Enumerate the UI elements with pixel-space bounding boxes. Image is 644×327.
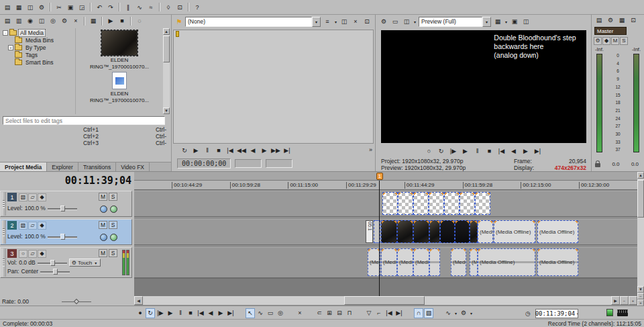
time-ruler[interactable]: 00:10:44:2900:10:59:2800:11:15:0000:11:2… xyxy=(134,181,637,190)
master-solo-icon[interactable]: S xyxy=(620,37,628,45)
track-fx-audio-icon[interactable]: ▱ xyxy=(28,250,37,258)
timeline-marker-1[interactable]: 1 xyxy=(376,173,383,180)
next-frame-preview-icon[interactable]: ▶ xyxy=(521,146,531,156)
start-preview-icon[interactable]: ▶ xyxy=(105,16,116,26)
normal-edit-tool-icon[interactable]: ↖ xyxy=(246,308,255,318)
envelope-tool-dropdown-icon[interactable]: ▾ xyxy=(453,311,458,316)
extract-audio-icon[interactable]: ◎ xyxy=(48,16,58,26)
media-item[interactable]: ELDEN RING™_19700010070... xyxy=(89,72,150,103)
auto-crossfades-icon[interactable]: ∿ xyxy=(134,1,145,13)
stop-icon[interactable]: ■ xyxy=(186,308,195,318)
editing-tool-options-dropdown-icon[interactable]: ▾ xyxy=(469,311,474,316)
enable-snapping-icon[interactable]: ⊂ xyxy=(315,308,324,318)
tree-item-media-bins[interactable]: Media Bins xyxy=(1,37,75,44)
play-trimmer-icon[interactable]: ▶ xyxy=(191,146,201,156)
audio-event[interactable]: (Media xyxy=(397,248,413,276)
tab-transitions[interactable]: Transitions xyxy=(78,162,116,171)
audio-event[interactable]: (Media xyxy=(381,248,397,276)
pause-preview-icon[interactable]: ‖ xyxy=(472,146,483,156)
dock-mixer-icon[interactable]: ⊡ xyxy=(628,15,639,26)
play-icon[interactable]: ▶ xyxy=(166,308,175,318)
forward-icon[interactable]: ▶▶ xyxy=(270,146,281,156)
get-photo-icon[interactable]: ◫ xyxy=(36,16,47,26)
split-screen-view-icon[interactable]: ◫ xyxy=(401,17,412,27)
vertical-scrollbar[interactable]: ▲ ▼ − + xyxy=(637,172,644,306)
tab-video-fx[interactable]: Video FX xyxy=(116,162,150,171)
scrollbar-track[interactable] xyxy=(163,35,170,107)
undo-icon[interactable]: ↶ xyxy=(94,1,105,13)
trimmer-marker-icon[interactable]: ⚑ xyxy=(174,18,184,26)
transport-timecode-box[interactable]: 00:11:39;04▾ xyxy=(535,309,578,318)
level-slider[interactable] xyxy=(48,205,77,212)
zoom-edit-tool-icon[interactable]: ◎ xyxy=(276,308,285,318)
ignore-event-grouping-icon[interactable]: ⊡ xyxy=(174,1,185,13)
video-event[interactable]: (Media Offline) xyxy=(494,220,535,243)
playhead-cursor[interactable] xyxy=(379,181,380,296)
dock-trimmer-icon[interactable]: ⊡ xyxy=(362,17,372,27)
split-screen-view-dropdown-icon[interactable]: ▾ xyxy=(413,19,417,24)
track-motion-icon[interactable] xyxy=(100,205,107,213)
video-event[interactable]: 05:1 xyxy=(366,220,373,243)
new-project-icon[interactable]: ▤ xyxy=(2,1,13,13)
slider-thumb[interactable] xyxy=(53,269,58,275)
tab-project-media[interactable]: Project Media xyxy=(0,162,47,171)
automation-settings-icon[interactable]: ◆ xyxy=(38,250,46,258)
zoom-out-time-icon[interactable]: − xyxy=(620,296,629,305)
video-event[interactable] xyxy=(475,192,490,215)
scrub-control[interactable] xyxy=(62,299,91,305)
trimmer-timecode[interactable]: 00:00:00;00 xyxy=(177,158,231,169)
mute-button[interactable]: M xyxy=(99,221,107,229)
audio-event[interactable]: (Media Offline) xyxy=(537,248,578,276)
tree-item-all-media[interactable]: -All Media xyxy=(1,30,75,36)
tree-item-by-type[interactable]: +By Type xyxy=(1,44,75,51)
master-bus-title[interactable]: Master xyxy=(594,27,627,35)
scrollbar-thumb[interactable] xyxy=(344,296,425,305)
pan-slider[interactable] xyxy=(40,269,70,275)
mute-button[interactable]: M xyxy=(99,193,107,201)
track-motion-icon[interactable]: ▱ xyxy=(28,193,37,201)
next-frame-icon[interactable]: ▶ xyxy=(216,308,225,318)
scrollbar-track[interactable] xyxy=(637,179,644,286)
media-list-scrollbar[interactable]: ▲ ▼ xyxy=(163,28,170,114)
save-markers-icon[interactable]: ◫ xyxy=(339,17,350,27)
lock-icon[interactable] xyxy=(595,163,600,167)
video-event[interactable] xyxy=(381,220,397,243)
redo-icon[interactable]: ↷ xyxy=(105,1,116,13)
capture-video-icon[interactable]: ◉ xyxy=(25,16,36,26)
save-snapshot-icon[interactable]: ◫ xyxy=(521,17,531,27)
video-event[interactable] xyxy=(413,192,429,215)
overlays-dropdown-icon[interactable]: ▾ xyxy=(504,19,508,24)
scroll-up-icon[interactable]: ▲ xyxy=(637,172,644,179)
horizontal-scrollbar[interactable]: ◀ ▶ − + xyxy=(134,296,637,305)
overlays-icon[interactable]: ▦ xyxy=(492,17,503,27)
master-automation-icon[interactable]: ◆ xyxy=(602,37,610,45)
track-motion-icon[interactable]: ▱ xyxy=(28,222,37,230)
prev-frame-trimmer-icon[interactable]: ◀ xyxy=(248,146,258,156)
prev-frame-icon[interactable]: ◀ xyxy=(206,308,215,318)
tag-edit-input[interactable] xyxy=(3,116,165,125)
new-bin-icon[interactable]: ▤ xyxy=(2,16,13,26)
insert-fx-icon[interactable]: ⚙ xyxy=(605,15,616,26)
track-drag-handle[interactable] xyxy=(1,220,6,244)
cut-icon[interactable]: ✂ xyxy=(54,1,64,13)
automation-settings-icon[interactable]: ◆ xyxy=(38,222,46,230)
audio-event[interactable]: (Media Offline) xyxy=(478,248,535,276)
trimmer-history-icon[interactable]: ≡ xyxy=(322,17,333,27)
slider-thumb[interactable] xyxy=(60,205,65,212)
slider-thumb[interactable] xyxy=(50,260,55,266)
trimmer-media-combo[interactable]: (None) ▾ xyxy=(185,17,321,27)
insert-audio-bus-icon[interactable]: ▤ xyxy=(594,15,604,26)
track-number-badge[interactable]: 3 xyxy=(7,249,17,258)
auto-ripple-icon[interactable]: ≈ xyxy=(146,1,156,13)
tree-item-tags[interactable]: Tags xyxy=(1,52,75,58)
solo-button[interactable]: S xyxy=(109,249,117,257)
audio-event[interactable] xyxy=(429,248,440,276)
video-event[interactable] xyxy=(413,220,429,243)
external-monitor-icon[interactable]: ▭ xyxy=(390,17,400,27)
audio-event[interactable]: (Media xyxy=(413,248,429,276)
track-number-badge[interactable]: 2 xyxy=(7,221,17,230)
remove-media-icon[interactable]: × xyxy=(70,16,81,26)
video-event[interactable] xyxy=(444,192,460,215)
go-to-start-preview-icon[interactable]: |◀ xyxy=(496,146,507,156)
video-event[interactable] xyxy=(397,220,413,243)
